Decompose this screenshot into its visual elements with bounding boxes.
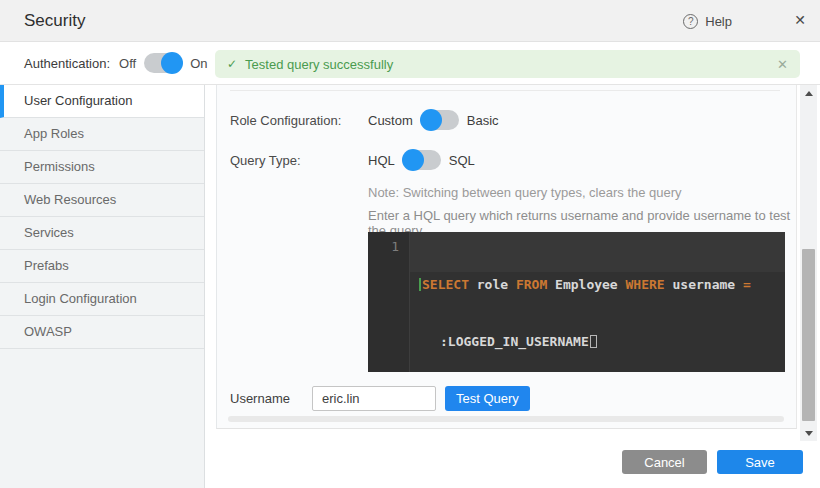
sql-identifier: role bbox=[477, 277, 508, 292]
editor-code-line-1: SELECT role FROM Employee WHERE username… bbox=[419, 275, 777, 294]
role-configuration-label: Role Configuration: bbox=[230, 113, 368, 128]
sql-keyword: WHERE bbox=[626, 277, 665, 292]
editor-gutter: 1 bbox=[368, 232, 410, 372]
security-dialog: Security ? Help ✕ Authentication: Off On… bbox=[0, 0, 820, 488]
help-icon: ? bbox=[683, 14, 698, 29]
cancel-button[interactable]: Cancel bbox=[622, 450, 707, 474]
save-button[interactable]: Save bbox=[717, 450, 803, 474]
page-title: Security bbox=[24, 11, 85, 31]
sql-parameter: :LOGGED_IN_USERNAME bbox=[440, 334, 589, 349]
role-configuration-toggle[interactable] bbox=[421, 110, 459, 130]
sql-identifier: Employee bbox=[555, 277, 618, 292]
toggle-knob bbox=[402, 149, 424, 171]
authentication-off-label: Off bbox=[119, 56, 136, 71]
toggle-knob bbox=[161, 52, 183, 74]
success-banner: ✓ Tested query successfully ✕ bbox=[215, 50, 800, 78]
close-icon[interactable]: ✕ bbox=[794, 12, 806, 28]
sql-keyword: FROM bbox=[516, 277, 547, 292]
query-sql-label: SQL bbox=[449, 153, 475, 168]
role-configuration-row: Role Configuration: Custom Basic bbox=[230, 108, 792, 132]
authentication-bar: Authentication: Off On ✓ Tested query su… bbox=[0, 42, 820, 85]
editor-code-line-wrap: :LOGGED_IN_USERNAME bbox=[419, 332, 777, 351]
vertical-scrollbar[interactable] bbox=[800, 85, 817, 441]
sidebar-item-owasp[interactable]: OWASP bbox=[0, 316, 204, 349]
query-type-row: Query Type: HQL SQL bbox=[230, 148, 792, 172]
query-type-toggle[interactable] bbox=[403, 150, 441, 170]
scroll-up-icon[interactable] bbox=[800, 87, 817, 99]
sidebar-item-web-resources[interactable]: Web Resources bbox=[0, 184, 204, 217]
sql-keyword: SELECT bbox=[422, 277, 469, 292]
editor-code[interactable]: SELECT role FROM Employee WHERE username… bbox=[411, 232, 785, 372]
sidebar-item-user-configuration[interactable]: User Configuration bbox=[0, 85, 204, 118]
scroll-down-icon[interactable] bbox=[800, 427, 817, 439]
authentication-label: Authentication: bbox=[24, 56, 110, 71]
editor-block-cursor bbox=[590, 335, 597, 348]
query-editor[interactable]: 1 SELECT role FROM Employee WHERE userna… bbox=[368, 232, 785, 372]
sidebar: User Configuration App Roles Permissions… bbox=[0, 85, 205, 488]
sidebar-item-services[interactable]: Services bbox=[0, 217, 204, 250]
sql-identifier: username bbox=[673, 277, 736, 292]
user-configuration-panel: Role Configuration: Custom Basic Query T… bbox=[216, 85, 797, 429]
query-hql-label: HQL bbox=[368, 153, 395, 168]
role-basic-label: Basic bbox=[467, 113, 499, 128]
authentication-control: Authentication: Off On bbox=[24, 42, 207, 84]
username-row: Username Test Query bbox=[230, 386, 792, 411]
help-button[interactable]: ? Help bbox=[683, 0, 732, 42]
toggle-knob bbox=[420, 109, 442, 131]
check-icon: ✓ bbox=[227, 57, 237, 71]
authentication-toggle[interactable] bbox=[144, 53, 182, 73]
help-label: Help bbox=[705, 14, 732, 29]
editor-line-number: 1 bbox=[391, 239, 399, 254]
banner-message: Tested query successfully bbox=[245, 57, 393, 72]
sidebar-item-login-configuration[interactable]: Login Configuration bbox=[0, 283, 204, 316]
role-custom-label: Custom bbox=[368, 113, 413, 128]
banner-close-icon[interactable]: ✕ bbox=[777, 57, 788, 72]
title-bar: Security ? Help ✕ bbox=[0, 0, 820, 42]
authentication-on-label: On bbox=[190, 56, 207, 71]
horizontal-scrollbar[interactable] bbox=[228, 416, 784, 422]
username-label: Username bbox=[230, 391, 312, 406]
sql-operator: = bbox=[743, 277, 751, 292]
scrollbar-thumb[interactable] bbox=[802, 249, 815, 421]
username-input[interactable] bbox=[312, 386, 436, 411]
query-type-note: Note: Switching between query types, cle… bbox=[368, 185, 682, 200]
editor-caret bbox=[419, 278, 421, 291]
test-query-button[interactable]: Test Query bbox=[445, 386, 530, 411]
sidebar-item-permissions[interactable]: Permissions bbox=[0, 151, 204, 184]
sidebar-item-prefabs[interactable]: Prefabs bbox=[0, 250, 204, 283]
sidebar-item-app-roles[interactable]: App Roles bbox=[0, 118, 204, 151]
query-type-label: Query Type: bbox=[230, 153, 368, 168]
clipped-row-divider bbox=[230, 90, 780, 91]
